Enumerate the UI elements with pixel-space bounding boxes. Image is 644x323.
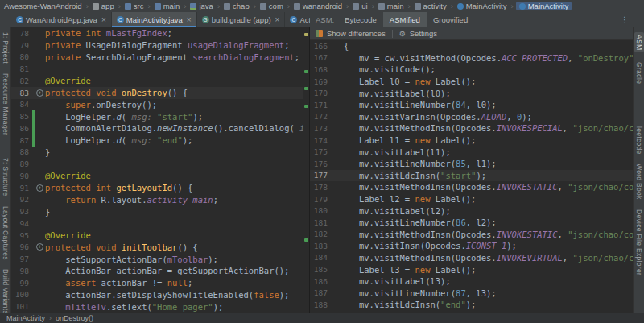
breadcrumb-item[interactable]: Awesome-WanAndroid: [2, 2, 84, 10]
editor-options-menu-icon[interactable]: ⋮: [618, 12, 631, 27]
code-line[interactable]: 80private SearchDialogFragment searchDia…: [11, 52, 309, 64]
code-line[interactable]: 87 LogHelper.d( msg: "end");: [11, 135, 309, 147]
code-line[interactable]: 97 setSupportActionBar(mToolbar);: [11, 253, 309, 265]
overriding-method-icon[interactable]: ↑: [36, 184, 43, 192]
code-line[interactable]: 171 mv.visitLineNumber(84, l0);: [310, 99, 633, 111]
tab-close-icon[interactable]: ×: [187, 15, 192, 24]
code-line[interactable]: 96↑protected void initToolbar() {: [11, 242, 309, 254]
code-token: new: [415, 265, 436, 275]
error-stripe[interactable]: [303, 27, 309, 313]
code-line[interactable]: 78private int mLastFgIndex;: [11, 27, 309, 39]
code-line[interactable]: 174 Label l1 = new Label();: [310, 135, 633, 147]
tool-button-build-variants[interactable]: Build Variants: [2, 269, 10, 313]
tool-button-7-structure[interactable]: 7: Structure: [2, 158, 10, 197]
asm-tab-groovified[interactable]: Groovified: [427, 12, 474, 27]
breadcrumb-item[interactable]: wanandroid: [292, 2, 344, 10]
breadcrumb-item[interactable]: com: [258, 2, 285, 10]
breadcrumb-item[interactable]: ui: [351, 2, 369, 10]
show-differences-button[interactable]: Show differences: [327, 29, 386, 38]
editor-tab[interactable]: Gbuild.gradle (app)×: [197, 12, 286, 27]
breadcrumb-item[interactable]: main: [153, 2, 182, 10]
code-line[interactable]: 170 mv.visitLabel(l0);: [310, 87, 633, 99]
tool-button-1-project[interactable]: 1: Project: [2, 32, 10, 64]
right-editor[interactable]: 166{167 mv = cw.visitMethod(Opcodes.ACC_…: [310, 40, 633, 313]
stripe-mark[interactable]: [304, 105, 308, 108]
code-line[interactable]: 85 LogHelper.d( msg: "start");: [11, 110, 309, 122]
tool-button-device-file-explorer[interactable]: Device File Explorer: [635, 209, 643, 275]
breadcrumb-item[interactable]: activity: [413, 2, 448, 10]
code-line[interactable]: 90@Override: [11, 170, 309, 182]
breadcrumb-item[interactable]: MainActivity: [516, 2, 572, 10]
code-line[interactable]: 92 return R.layout.activity_main;: [11, 194, 309, 206]
breadcrumb-item[interactable]: main: [377, 2, 406, 10]
code-line[interactable]: 83↑protected void onDestroy() {: [11, 87, 309, 99]
code-line[interactable]: 182 mv.visitMethodInsn(Opcodes.INVOKESTA…: [310, 229, 633, 241]
code-line[interactable]: 172 mv.visitVarInsn(Opcodes.ALOAD, 0);: [310, 111, 633, 123]
code-line[interactable]: 167 mv = cw.visitMethod(Opcodes.ACC_PROT…: [310, 52, 633, 64]
settings-button[interactable]: Settings: [410, 29, 437, 38]
code-line[interactable]: 98 ActionBar actionBar = getSupportActio…: [11, 265, 309, 277]
code-line[interactable]: 181 mv.visitLineNumber(86, l2);: [310, 217, 633, 229]
code-line[interactable]: 184 mv.visitMethodInsn(Opcodes.INVOKEVIR…: [310, 252, 633, 264]
code-line[interactable]: 186 mv.visitLabel(l3);: [310, 275, 633, 288]
code-line[interactable]: 183 mv.visitInsn(Opcodes.ICONST_1);: [310, 240, 633, 252]
editor-tab[interactable]: CActivityHooker.j×: [285, 12, 310, 27]
code-line[interactable]: 185 Label l3 = new Label();: [310, 263, 633, 275]
asm-tab-bytecode[interactable]: Bytecode: [338, 12, 383, 27]
breadcrumb-item[interactable]: java: [188, 2, 214, 10]
breadcrumb-separator: ›: [217, 2, 220, 10]
overriding-method-icon[interactable]: ↑: [36, 243, 43, 251]
tool-button-word-book[interactable]: Word Book: [635, 164, 643, 200]
editor-tab[interactable]: CMainActivity.java×: [112, 12, 197, 27]
tool-button-resource-manager[interactable]: Resource Manager: [2, 73, 10, 135]
code-line[interactable]: 99 assert actionBar != null;: [11, 277, 309, 289]
code-line[interactable]: 176 mv.visitLineNumber(85, l1);: [310, 158, 633, 170]
tool-button-asm[interactable]: ASM: [634, 32, 644, 52]
stripe-mark[interactable]: [304, 87, 308, 90]
breadcrumb-item[interactable]: src: [123, 2, 146, 10]
code-line[interactable]: 94: [11, 217, 309, 230]
code-line[interactable]: 100 actionBar.setDisplayShowTitleEnabled…: [11, 289, 309, 301]
code-line[interactable]: 173 mv.visitMethodInsn(Opcodes.INVOKESPE…: [310, 122, 633, 135]
stripe-mark[interactable]: [304, 70, 308, 73]
breadcrumb-item[interactable]: MainActivity: [456, 2, 509, 10]
code-line[interactable]: 88}: [11, 147, 309, 159]
left-editor[interactable]: 78private int mLastFgIndex;79private Usa…: [11, 27, 310, 313]
code-line[interactable]: 169 Label l0 = new Label();: [310, 76, 633, 88]
stripe-mark[interactable]: [304, 33, 308, 36]
asm-tab-asmified[interactable]: ASMified: [383, 12, 427, 27]
tool-button-gradle[interactable]: Gradle: [635, 62, 643, 84]
tool-button-layout-captures[interactable]: Layout Captures: [2, 206, 10, 260]
editor-tab[interactable]: CWanAndroidApp.java×: [11, 12, 112, 27]
breadcrumb-item[interactable]: app: [91, 2, 116, 10]
code-line[interactable]: 84 super.onDestroy();: [11, 99, 309, 111]
code-line[interactable]: 89: [11, 158, 309, 170]
code-line[interactable]: 175 mv.visitLabel(l1);: [310, 146, 633, 158]
stripe-mark[interactable]: [304, 238, 308, 242]
tab-close-icon[interactable]: ×: [101, 15, 106, 24]
code-line[interactable]: 180 mv.visitLabel(l2);: [310, 205, 633, 217]
code-line[interactable]: 178 mv.visitMethodInsn(Opcodes.INVOKESTA…: [310, 181, 633, 193]
code-line[interactable]: 93}: [11, 205, 309, 217]
code-line[interactable]: 86 CommonAlertDialog.newInstance().cance…: [11, 122, 309, 135]
tool-button-leetcode[interactable]: leetcode: [635, 126, 643, 155]
code-line[interactable]: 79private UsageDialogFragment usageDialo…: [11, 39, 309, 52]
code-token: );: [213, 302, 224, 312]
code-line[interactable]: 177 mv.visitLdcInsn("start");: [310, 170, 633, 182]
code-line[interactable]: 168 mv.visitCode();: [310, 64, 633, 76]
line-number: 80: [11, 52, 32, 61]
breadcrumb-item[interactable]: chao: [222, 2, 251, 10]
code-line[interactable]: 91↑protected int getLayoutId() {: [11, 182, 309, 194]
overriding-method-icon[interactable]: ↑: [36, 89, 43, 97]
code-line[interactable]: 81: [11, 63, 309, 75]
status-breadcrumb-item[interactable]: onDestroy(): [56, 314, 93, 322]
code-line[interactable]: 101 mTitleTv.setText("Home pager");: [11, 300, 309, 313]
tab-close-icon[interactable]: ×: [275, 15, 280, 24]
code-line[interactable]: 82@Override: [11, 75, 309, 87]
code-line[interactable]: 166{: [310, 40, 633, 52]
code-line[interactable]: 187 mv.visitLineNumber(87, l3);: [310, 287, 633, 299]
code-line[interactable]: 179 Label l2 = new Label();: [310, 193, 633, 205]
status-breadcrumb-item[interactable]: MainActivity: [6, 314, 45, 322]
code-line[interactable]: 95@Override: [11, 230, 309, 242]
code-line[interactable]: 188 mv.visitLdcInsn("end");: [310, 299, 633, 311]
